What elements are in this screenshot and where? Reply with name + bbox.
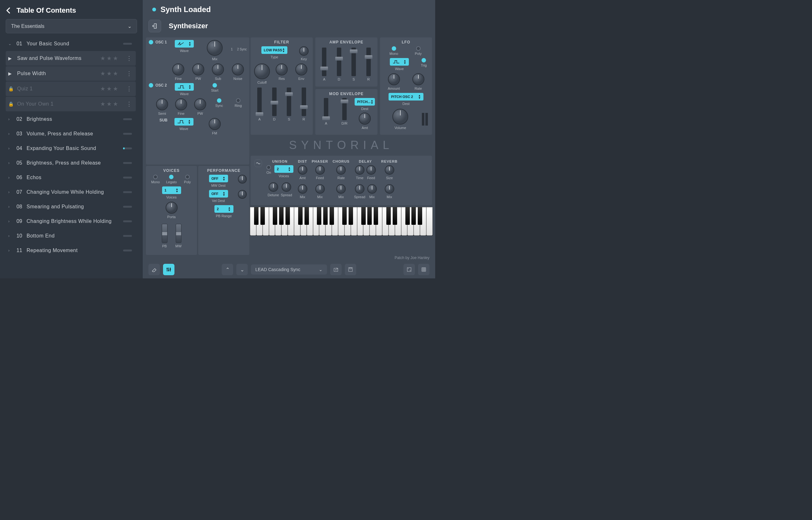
- osc-sub-knob[interactable]: [212, 63, 224, 75]
- osc-mix-knob[interactable]: [207, 40, 223, 56]
- mw-dest-select[interactable]: OFF▲▼: [209, 175, 228, 182]
- spread-knob[interactable]: [282, 182, 291, 192]
- osc2-wave-select[interactable]: ▲▼: [175, 83, 194, 91]
- cutoff-knob[interactable]: [254, 63, 270, 79]
- more-icon[interactable]: ⋮: [125, 85, 133, 92]
- vel-dest-select[interactable]: OFF▲▼: [209, 190, 228, 198]
- sub-wave-select[interactable]: ▲▼: [174, 118, 194, 126]
- black-key[interactable]: [374, 207, 378, 225]
- osc1-enable-radio[interactable]: [149, 40, 153, 44]
- more-icon[interactable]: ⋮: [125, 70, 133, 77]
- black-key[interactable]: [330, 207, 334, 225]
- eraser-button[interactable]: [148, 264, 160, 275]
- pb-range-select[interactable]: 2▲▼: [214, 205, 233, 213]
- pb-wheel[interactable]: [162, 224, 168, 243]
- black-key[interactable]: [305, 207, 309, 225]
- mod-a-slider[interactable]: [324, 98, 328, 120]
- lesson-item[interactable]: ▶Saw and Pulse Waveforms★★★⋮: [6, 51, 136, 66]
- amp-r-slider[interactable]: [366, 48, 371, 76]
- black-key[interactable]: [323, 207, 328, 225]
- voices-poly-radio[interactable]: [185, 175, 190, 179]
- fm-knob[interactable]: [209, 118, 221, 130]
- mw-amt-knob[interactable]: [238, 175, 247, 184]
- new-patch-button[interactable]: [330, 264, 341, 275]
- volume-knob[interactable]: [392, 109, 408, 125]
- lesson-item[interactable]: 🔒Quiz 1★★★⋮: [6, 81, 136, 96]
- prev-patch-button[interactable]: ⌃: [222, 264, 233, 275]
- osc1-fine-knob[interactable]: [172, 63, 184, 75]
- osc2-semi-knob[interactable]: [156, 98, 168, 110]
- phaser-mix-knob[interactable]: [315, 184, 325, 194]
- filter-a-slider[interactable]: [257, 87, 262, 116]
- lfo-amount-knob[interactable]: [388, 73, 400, 85]
- patch-select[interactable]: LEAD Cascading Sync⌄: [251, 264, 327, 275]
- black-key[interactable]: [367, 207, 372, 225]
- voices-count-select[interactable]: 1▲▼: [162, 186, 181, 194]
- porta-knob[interactable]: [166, 202, 178, 214]
- black-key[interactable]: [279, 207, 284, 225]
- chapter-item[interactable]: ›02Brightness: [6, 112, 136, 126]
- delay-feed-knob[interactable]: [366, 165, 376, 175]
- fx-bypass-button[interactable]: [254, 159, 262, 167]
- lfo-wave-select[interactable]: ▲▼: [390, 58, 409, 66]
- lfo-trig-radio[interactable]: [422, 58, 426, 62]
- dist-amt-knob[interactable]: [298, 165, 307, 175]
- filter-key-knob[interactable]: [299, 46, 309, 56]
- delay-mix-knob[interactable]: [367, 184, 377, 194]
- osc1-wave-select[interactable]: ▲▼: [175, 40, 194, 48]
- unison-on-radio[interactable]: [267, 165, 271, 170]
- amp-a-slider[interactable]: [322, 48, 326, 76]
- lfo-dest-select[interactable]: PITCH OSC 2▲▼: [388, 93, 424, 101]
- chapter-item[interactable]: ›06Echos: [6, 171, 136, 184]
- osc2-pw-knob[interactable]: [194, 98, 206, 110]
- mw-wheel[interactable]: [176, 224, 181, 243]
- black-key[interactable]: [254, 207, 258, 225]
- mod-dest-select[interactable]: PITCH...▲▼: [355, 98, 375, 106]
- osc-noise-knob[interactable]: [232, 63, 244, 75]
- black-key[interactable]: [273, 207, 277, 225]
- next-patch-button[interactable]: ⌄: [236, 264, 248, 275]
- mod-amt-knob[interactable]: [359, 112, 371, 125]
- mod-dr-slider[interactable]: [342, 98, 347, 120]
- phaser-feed-knob[interactable]: [315, 165, 325, 175]
- osc2-enable-radio[interactable]: [149, 83, 153, 87]
- osc1-pw-knob[interactable]: [192, 63, 204, 75]
- keyboard[interactable]: [250, 207, 433, 236]
- osc2-start-radio[interactable]: [212, 83, 217, 87]
- chorus-rate-knob[interactable]: [336, 165, 346, 175]
- filter-r-slider[interactable]: [302, 87, 306, 116]
- osc2-ring-radio[interactable]: [236, 98, 240, 103]
- black-key[interactable]: [342, 207, 347, 225]
- lfo-rate-knob[interactable]: [412, 73, 424, 85]
- amp-s-slider[interactable]: [351, 48, 356, 76]
- save-patch-button[interactable]: [345, 264, 356, 275]
- filter-env-knob[interactable]: [295, 63, 307, 75]
- black-key[interactable]: [260, 207, 265, 225]
- filter-d-slider[interactable]: [272, 87, 277, 116]
- detune-knob[interactable]: [269, 182, 278, 192]
- delay-time-knob[interactable]: [355, 165, 364, 175]
- dist-mix-knob[interactable]: [298, 184, 307, 194]
- grid-button[interactable]: [418, 264, 429, 275]
- chapter-list[interactable]: ⌄01Your Basic Sound▶Saw and Pulse Wavefo…: [6, 36, 137, 275]
- amp-d-slider[interactable]: [337, 48, 341, 76]
- voices-mono-radio[interactable]: [153, 175, 158, 179]
- vel-amt-knob[interactable]: [238, 190, 247, 199]
- lesson-item[interactable]: 🔒On Your Own 1★★★⋮: [6, 97, 136, 111]
- black-key[interactable]: [317, 207, 321, 225]
- filter-type-select[interactable]: LOW PASS▲▼: [261, 46, 288, 54]
- osc2-fine-knob[interactable]: [175, 98, 187, 110]
- expand-button[interactable]: [403, 264, 415, 275]
- black-key[interactable]: [418, 207, 422, 225]
- sliders-button[interactable]: [163, 264, 174, 275]
- unison-voices-select[interactable]: 2▲▼: [274, 165, 294, 173]
- chapter-item[interactable]: ›09Changing Brightness While Holding: [6, 215, 136, 228]
- chapter-item[interactable]: ›03Volume, Press and Release: [6, 127, 136, 140]
- chorus-mix-knob[interactable]: [336, 184, 346, 194]
- white-key[interactable]: [426, 207, 433, 236]
- black-key[interactable]: [285, 207, 290, 225]
- black-key[interactable]: [298, 207, 303, 225]
- voices-legato-radio[interactable]: [169, 175, 174, 179]
- black-key[interactable]: [361, 207, 366, 225]
- reverb-mix-knob[interactable]: [385, 184, 394, 194]
